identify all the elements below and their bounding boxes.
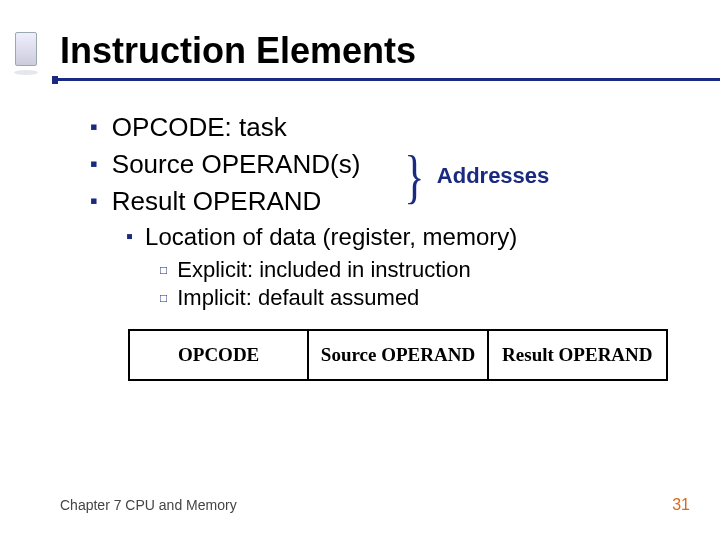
sub-bullet-location: Location of data (register, memory) — [126, 223, 690, 251]
slide-body: OPCODE: task Source OPERAND(s) Result OP… — [90, 112, 690, 381]
title-underline — [52, 78, 690, 82]
slide-title: Instruction Elements — [60, 30, 690, 72]
subsub-bullet-explicit: Explicit: included in instruction — [160, 257, 690, 283]
bullet-text: Explicit: included in instruction — [177, 257, 470, 283]
subsub-bullet-implicit: Implicit: default assumed — [160, 285, 690, 311]
sub-bullet-list: Location of data (register, memory) — [126, 223, 690, 251]
bullet-text: Source OPERAND(s) — [112, 149, 361, 180]
chapter-label: Chapter 7 CPU and Memory — [60, 497, 237, 513]
bullet-result-operand: Result OPERAND — [90, 186, 690, 217]
instruction-format-diagram: OPCODE Source OPERAND Result OPERAND — [128, 329, 668, 381]
brace-annotation: } Addresses — [400, 146, 549, 206]
title-block: Instruction Elements — [60, 30, 690, 82]
icon-shadow — [14, 70, 38, 75]
box-opcode: OPCODE — [130, 331, 309, 379]
decorative-side-icon — [10, 32, 42, 75]
bullet-list: OPCODE: task Source OPERAND(s) Result OP… — [90, 112, 690, 217]
curly-brace-icon: } — [404, 146, 424, 206]
bullet-opcode: OPCODE: task — [90, 112, 690, 143]
slide-footer: Chapter 7 CPU and Memory 31 — [60, 496, 690, 514]
bullet-text: Location of data (register, memory) — [145, 223, 517, 251]
slide: Instruction Elements OPCODE: task Source… — [0, 0, 720, 540]
bullet-text: Result OPERAND — [112, 186, 322, 217]
page-number: 31 — [672, 496, 690, 514]
computer-icon — [15, 32, 37, 66]
box-result-operand: Result OPERAND — [489, 331, 666, 379]
brace-label: Addresses — [437, 163, 550, 189]
bullet-text: OPCODE: task — [112, 112, 287, 143]
box-source-operand: Source OPERAND — [309, 331, 488, 379]
bullet-text: Implicit: default assumed — [177, 285, 419, 311]
bullet-source-operand: Source OPERAND(s) — [90, 149, 690, 180]
subsub-bullet-list: Explicit: included in instruction Implic… — [160, 257, 690, 311]
